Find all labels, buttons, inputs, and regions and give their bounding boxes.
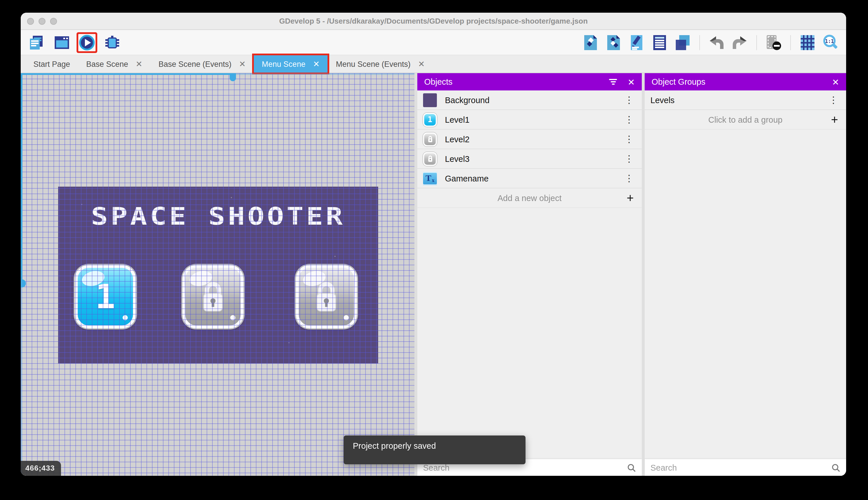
lock-icon xyxy=(312,280,341,314)
kebab-menu-icon[interactable]: ⋮ xyxy=(622,173,636,184)
lock-icon xyxy=(198,280,228,314)
close-icon[interactable]: ✕ xyxy=(832,78,839,86)
object-row-gamename[interactable]: Tx Gamename ⋮ xyxy=(417,169,642,189)
search-icon xyxy=(831,463,840,472)
panel-divider[interactable] xyxy=(414,73,417,476)
level3-button-object[interactable] xyxy=(296,265,357,328)
traffic-lights xyxy=(27,18,57,25)
svg-text:1:1: 1:1 xyxy=(825,38,834,44)
screenshot-stage: GDevelop 5 - /Users/dkarakay/Documents/G… xyxy=(0,0,868,500)
close-tab-icon[interactable]: ✕ xyxy=(418,60,425,68)
panel-divider[interactable] xyxy=(642,73,645,476)
level2-button-object[interactable] xyxy=(183,265,244,328)
object-groups-icon[interactable] xyxy=(605,34,622,51)
horizontal-scrollbar-thumb[interactable] xyxy=(21,73,234,75)
object-name: Level3 xyxy=(445,154,614,163)
groups-search-bar xyxy=(645,459,846,476)
object-groups-panel-header: Object Groups ✕ xyxy=(645,73,846,90)
object-name: Background xyxy=(445,95,614,104)
close-tab-icon[interactable]: ✕ xyxy=(136,60,142,68)
object-row-level3[interactable]: Level3 ⋮ xyxy=(417,149,642,169)
kebab-menu-icon[interactable]: ⋮ xyxy=(622,94,636,105)
debug-icon[interactable] xyxy=(104,34,121,51)
titlebar: GDevelop 5 - /Users/dkarakay/Documents/G… xyxy=(21,13,846,30)
window-title: GDevelop 5 - /Users/dkarakay/Documents/G… xyxy=(279,17,588,25)
toolbar: 1:1 xyxy=(21,30,846,55)
vertical-scrollbar-thumb[interactable] xyxy=(21,73,22,283)
grid-icon[interactable] xyxy=(799,34,816,51)
tab-base-scene[interactable]: Base Scene ✕ xyxy=(78,55,151,72)
toolbar-separator xyxy=(790,35,791,50)
toolbar-left-group xyxy=(28,34,121,51)
project-manager-icon[interactable] xyxy=(28,34,45,51)
toolbar-separator xyxy=(756,35,757,50)
object-name: Level2 xyxy=(445,135,614,144)
tab-label: Base Scene xyxy=(86,60,128,68)
save-toast: Project properly saved xyxy=(344,435,526,464)
cursor-coordinates: 466;433 xyxy=(21,461,61,476)
search-icon xyxy=(627,463,636,472)
scene-title-text[interactable]: SPACE SHOOTER xyxy=(33,202,404,230)
background-thumbnail xyxy=(423,93,437,107)
object-row-level2[interactable]: Level2 ⋮ xyxy=(417,129,642,149)
instances-list-icon[interactable] xyxy=(651,34,668,51)
filter-icon[interactable] xyxy=(609,79,617,85)
add-object-label: Add a new object xyxy=(497,193,562,203)
tab-start-page[interactable]: Start Page xyxy=(25,55,78,72)
kebab-menu-icon[interactable]: ⋮ xyxy=(622,134,636,145)
tab-label: Start Page xyxy=(33,60,70,68)
group-row-levels[interactable]: Levels ⋮ xyxy=(645,90,846,110)
groups-search-input[interactable] xyxy=(650,463,831,472)
main-content: SPACE SHOOTER 1 xyxy=(21,73,846,476)
kebab-menu-icon[interactable]: ⋮ xyxy=(622,153,636,164)
properties-icon[interactable] xyxy=(628,34,645,51)
text-object-thumbnail: Tx xyxy=(423,171,437,185)
play-icon[interactable] xyxy=(78,34,96,51)
tab-label: Base Scene (Events) xyxy=(159,60,232,68)
close-window-button[interactable] xyxy=(27,18,34,25)
objects-panel-empty-area xyxy=(417,208,642,459)
objects-panel-title: Objects xyxy=(424,77,609,87)
zoom-1-1-icon[interactable]: 1:1 xyxy=(822,34,839,51)
object-row-background[interactable]: Background ⋮ xyxy=(417,90,642,110)
scene-window-icon[interactable] xyxy=(53,34,70,51)
close-tab-icon[interactable]: ✕ xyxy=(239,60,246,68)
object-row-level1[interactable]: 1 Level1 ⋮ xyxy=(417,110,642,129)
lock-icon xyxy=(427,135,433,143)
toast-message: Project properly saved xyxy=(353,441,436,451)
level2-thumbnail xyxy=(423,132,437,146)
scene-canvas[interactable]: SPACE SHOOTER 1 xyxy=(21,73,414,476)
tabbar: Start Page Base Scene ✕ Base Scene (Even… xyxy=(21,55,846,73)
close-icon[interactable]: ✕ xyxy=(628,78,635,86)
kebab-menu-icon[interactable]: ⋮ xyxy=(826,94,840,105)
tab-menu-scene[interactable]: Menu Scene ✕ xyxy=(254,55,328,72)
objects-panel-icon[interactable] xyxy=(582,34,599,51)
tab-label: Menu Scene (Events) xyxy=(336,60,411,68)
vertical-scrollbar-marker[interactable] xyxy=(21,280,26,287)
toolbar-right-group: 1:1 xyxy=(582,34,839,51)
toolbar-separator xyxy=(699,35,700,50)
level1-button-object[interactable]: 1 xyxy=(75,265,136,328)
redo-icon[interactable] xyxy=(731,34,748,51)
lock-icon xyxy=(427,155,433,162)
gdevelop-window: GDevelop 5 - /Users/dkarakay/Documents/G… xyxy=(21,13,846,476)
plus-icon: + xyxy=(626,191,634,205)
objects-panel: Objects ✕ Background ⋮ 1 Level1 ⋮ xyxy=(417,73,642,476)
undo-icon[interactable] xyxy=(708,34,725,51)
add-object-button[interactable]: Add a new object + xyxy=(417,189,642,208)
delete-instances-icon[interactable] xyxy=(765,34,782,51)
add-group-button[interactable]: Click to add a group + xyxy=(645,110,846,129)
group-name: Levels xyxy=(650,95,819,104)
kebab-menu-icon[interactable]: ⋮ xyxy=(622,114,636,125)
tab-menu-scene-events[interactable]: Menu Scene (Events) ✕ xyxy=(328,55,433,72)
minimize-window-button[interactable] xyxy=(38,18,46,25)
tab-base-scene-events[interactable]: Base Scene (Events) ✕ xyxy=(151,55,254,72)
close-tab-icon[interactable]: ✕ xyxy=(313,60,319,68)
layers-icon[interactable] xyxy=(674,34,691,51)
tab-label: Menu Scene xyxy=(262,60,306,68)
level3-thumbnail xyxy=(423,152,437,166)
object-name: Gamename xyxy=(445,174,614,183)
object-name: Level1 xyxy=(445,115,614,124)
horizontal-scrollbar-marker[interactable] xyxy=(230,73,236,81)
zoom-window-button[interactable] xyxy=(50,18,57,25)
